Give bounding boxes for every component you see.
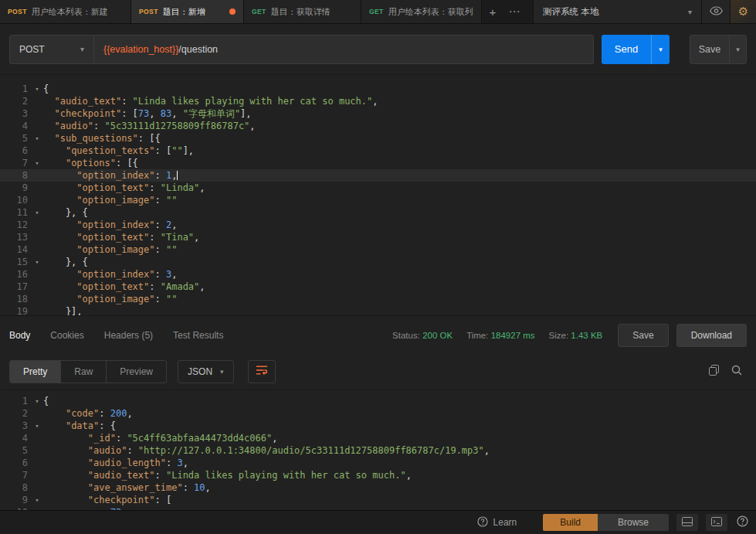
line-number: 3 bbox=[0, 420, 31, 432]
line-number: 4 bbox=[0, 432, 31, 444]
code-text: "audio": "http://127.0.0.1:34800/audio/5… bbox=[43, 444, 490, 457]
status-bar-right: Learn Build Browse bbox=[477, 514, 748, 531]
fold-spacer bbox=[31, 481, 43, 494]
response-meta: Status: 200 OK Time: 184927 ms Size: 1.4… bbox=[392, 331, 602, 340]
browse-mode-button[interactable]: Browse bbox=[598, 514, 669, 531]
chevron-down-icon: ▾ bbox=[659, 46, 663, 53]
new-tab-button[interactable]: + bbox=[482, 0, 503, 23]
line-number: 5 bbox=[0, 444, 31, 457]
fold-spacer bbox=[31, 95, 43, 107]
response-view-switch: Pretty Raw Preview bbox=[9, 360, 167, 383]
time-value: 184927 ms bbox=[491, 331, 535, 340]
method-badge: GET bbox=[369, 8, 384, 15]
send-button[interactable]: Send bbox=[602, 35, 651, 64]
fold-caret-icon[interactable]: ▾ bbox=[31, 132, 43, 145]
code-line: 19 }], bbox=[0, 305, 756, 315]
save-options-button[interactable]: ▾ bbox=[729, 36, 746, 63]
fold-spacer bbox=[31, 243, 43, 256]
selected-format: JSON bbox=[188, 366, 212, 377]
save-response-button[interactable]: Save bbox=[618, 324, 668, 347]
wrap-lines-button[interactable] bbox=[248, 360, 276, 383]
fold-caret-icon[interactable]: ▾ bbox=[31, 83, 43, 95]
view-raw-button[interactable]: Raw bbox=[61, 361, 107, 383]
line-number: 11 bbox=[0, 206, 31, 219]
fold-caret-icon[interactable]: ▾ bbox=[31, 395, 43, 407]
fold-spacer bbox=[31, 120, 43, 132]
request-tab-3[interactable]: GET 题目：获取详情 bbox=[244, 0, 361, 23]
learn-button[interactable]: Learn bbox=[477, 516, 517, 529]
response-tab-cookies[interactable]: Cookies bbox=[50, 330, 83, 341]
environment-selector[interactable]: 测评系统 本地 ▾ bbox=[533, 0, 701, 23]
request-tab-2-active[interactable]: POST 题目：新增 bbox=[131, 0, 244, 23]
chevron-down-icon: ▾ bbox=[736, 46, 740, 53]
fold-spacer bbox=[31, 293, 43, 305]
response-body-editor: 1▾{2 "code": 200,3▾ "data": {4 "_id": "5… bbox=[0, 389, 756, 510]
url-input[interactable]: {{evalation_host}} /question bbox=[94, 35, 594, 64]
line-number: 1 bbox=[0, 83, 31, 95]
response-tab-body[interactable]: Body bbox=[9, 330, 30, 341]
fold-caret-icon[interactable]: ▾ bbox=[31, 420, 43, 432]
code-line: 18 "option_image": "" bbox=[0, 293, 756, 305]
code-text: }, { bbox=[43, 206, 88, 219]
code-line: 14 "option_image": "" bbox=[0, 243, 756, 256]
response-tab-test-results[interactable]: Test Results bbox=[173, 330, 223, 341]
method-selector[interactable]: POST ▾ bbox=[9, 35, 94, 64]
save-button[interactable]: Save bbox=[690, 36, 729, 63]
view-pretty-button[interactable]: Pretty bbox=[10, 361, 61, 383]
code-line: 11▾ }, { bbox=[0, 206, 756, 219]
settings-button[interactable]: ⚙ bbox=[730, 0, 756, 23]
code-line: 10 "option_image": "" bbox=[0, 194, 756, 206]
code-text: "option_text": "Amada", bbox=[43, 281, 205, 293]
view-preview-button[interactable]: Preview bbox=[107, 361, 166, 383]
console-button[interactable] bbox=[706, 514, 727, 531]
code-text: "option_text": "Linda", bbox=[43, 182, 205, 194]
download-response-button[interactable]: Download bbox=[676, 324, 747, 347]
fold-caret-icon[interactable]: ▾ bbox=[31, 206, 43, 219]
build-mode-button[interactable]: Build bbox=[543, 514, 598, 531]
request-tab-1[interactable]: POST 用户绘本列表：新建 bbox=[0, 0, 131, 23]
code-line: 7 "audio_text": "Linda likes playing wit… bbox=[0, 469, 756, 481]
request-tab-4[interactable]: GET 用户绘本列表：获取列表 bbox=[361, 0, 482, 23]
line-number: 3 bbox=[0, 107, 31, 120]
code-text: "sub_questions": [{ bbox=[43, 132, 161, 145]
line-number: 2 bbox=[0, 95, 31, 107]
copy-response-button[interactable] bbox=[709, 365, 719, 379]
response-format-selector[interactable]: JSON ▾ bbox=[178, 360, 234, 383]
help-button[interactable] bbox=[737, 515, 748, 530]
fold-spacer bbox=[31, 444, 43, 457]
code-text: "option_image": "" bbox=[43, 243, 177, 256]
tab-label: 题目：获取详情 bbox=[271, 6, 331, 18]
more-tabs-button[interactable]: ⋯ bbox=[503, 0, 525, 23]
request-body-editor[interactable]: 1▾{2 "audio_text": "Linda likes playing … bbox=[0, 74, 756, 315]
method-badge: POST bbox=[8, 8, 27, 15]
fold-spacer bbox=[31, 194, 43, 206]
console-icon bbox=[711, 515, 722, 529]
two-pane-layout-button[interactable] bbox=[676, 514, 698, 531]
help-icon bbox=[737, 515, 748, 530]
fold-caret-icon[interactable]: ▾ bbox=[31, 256, 43, 268]
code-line: 8 "ave_answer_time": 10, bbox=[0, 481, 756, 494]
plus-icon: + bbox=[490, 5, 497, 19]
learn-icon bbox=[477, 516, 488, 529]
fold-spacer bbox=[31, 231, 43, 243]
fold-caret-icon[interactable]: ▾ bbox=[31, 157, 43, 169]
environment-quicklook-button[interactable] bbox=[701, 0, 730, 23]
text-cursor bbox=[177, 171, 178, 180]
search-response-button[interactable] bbox=[731, 365, 742, 379]
fold-spacer bbox=[31, 407, 43, 420]
line-number: 15 bbox=[0, 256, 31, 268]
fold-spacer bbox=[31, 281, 43, 293]
status-label: Status: bbox=[392, 331, 420, 340]
line-number: 7 bbox=[0, 157, 31, 169]
code-line: 1▾{ bbox=[0, 83, 756, 95]
code-line: 15▾ }, { bbox=[0, 256, 756, 268]
code-text: "checkpoint": [73, 83, "字母和单词"], bbox=[43, 107, 252, 120]
environment-name: 测评系统 本地 bbox=[543, 6, 598, 18]
fold-caret-icon[interactable]: ▾ bbox=[31, 494, 43, 506]
send-options-button[interactable]: ▾ bbox=[651, 35, 670, 64]
chevron-down-icon: ▾ bbox=[688, 8, 692, 16]
postman-window: POST 用户绘本列表：新建 POST 题目：新增 GET 题目：获取详情 GE… bbox=[0, 0, 756, 534]
fold-spacer bbox=[31, 182, 43, 194]
code-line: 4 "_id": "5c4ff63abfaa44473dd4c066", bbox=[0, 432, 756, 444]
response-tab-headers[interactable]: Headers (5) bbox=[104, 330, 153, 341]
